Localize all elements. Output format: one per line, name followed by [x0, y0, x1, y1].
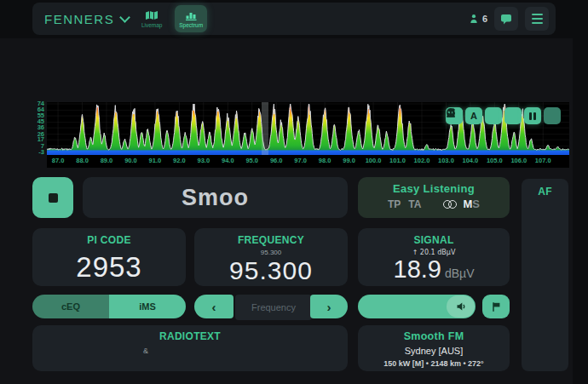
program-type: Easy Listening	[358, 182, 510, 195]
chat-button[interactable]	[494, 7, 518, 31]
spectrum-pause-button[interactable]	[524, 107, 541, 124]
pause-icon	[529, 112, 537, 120]
x-tick-label: 94.0	[216, 157, 239, 164]
x-tick-label: 96.0	[265, 157, 287, 164]
x-tick-label: 101.0	[387, 157, 409, 164]
frequency-sub-value: 95.300	[194, 249, 348, 256]
spectrum-toolbar: A	[446, 107, 561, 124]
menu-button[interactable]	[525, 7, 549, 31]
listener-count: 6	[470, 14, 487, 24]
station-name-panel: Smoo	[83, 177, 348, 218]
radiotext-label: RADIOTEXT	[32, 330, 348, 342]
x-tick-label: 93.0	[193, 157, 215, 164]
spectrum-y-axis: 746455453626177-3	[32, 102, 45, 155]
spectrum-plot[interactable]: 87.088.089.090.091.092.093.094.095.096.0…	[47, 102, 569, 168]
refresh-icon	[446, 107, 456, 117]
nav-spectrum-label: Spectrum	[179, 22, 203, 28]
transmitter-info-panel: Smooth FM Sydney [AUS] 150 kW [M] • 2148…	[358, 325, 510, 371]
bar-chart-icon	[185, 10, 198, 20]
flag-button[interactable]	[482, 295, 510, 318]
pi-code-value: 2953	[32, 251, 186, 284]
chat-icon	[500, 14, 512, 25]
program-type-panel: Easy Listening TP TA MS	[358, 177, 510, 218]
station-name: Smoo	[182, 185, 249, 211]
x-tick-label: 98.0	[314, 157, 336, 164]
frequency-panel: FREQUENCY 95.300 95.300	[194, 228, 348, 286]
volume-thumb[interactable]	[447, 295, 475, 318]
frequency-value: 95.300	[194, 256, 348, 285]
x-tick-label: 106.0	[508, 157, 530, 164]
chevron-down-icon	[119, 12, 130, 23]
x-tick-label: 87.0	[47, 157, 69, 164]
x-tick-label: 99.0	[338, 157, 360, 164]
top-bar: FENNERS Livemap Spectrum 6	[32, 3, 556, 35]
pi-code-label: PI CODE	[32, 234, 186, 246]
ta-flag: TA	[408, 198, 421, 210]
server-name: FENNERS	[44, 12, 114, 26]
play-stop-button[interactable]	[32, 177, 73, 218]
tuned-frequency-marker	[262, 102, 269, 155]
signal-value: 18.9	[394, 255, 441, 283]
signal-unit: dBµV	[445, 267, 475, 280]
x-tick-label: 100.0	[362, 157, 384, 164]
music-flag: M	[463, 198, 472, 210]
ims-button[interactable]: iMS	[109, 295, 186, 318]
server-name-dropdown[interactable]: FENNERS	[44, 12, 129, 26]
frequency-label: FREQUENCY	[194, 234, 348, 246]
x-tick-label: 104.0	[459, 157, 481, 164]
af-list-label: AF	[522, 186, 568, 198]
af-list-panel: AF	[522, 179, 568, 371]
flag-icon	[491, 301, 502, 312]
frequency-input[interactable]	[235, 295, 312, 320]
hamburger-menu-icon	[532, 14, 543, 24]
x-tick-label: 88.0	[72, 157, 94, 164]
stereo-circles-icon	[443, 200, 457, 209]
x-tick-label: 103.0	[435, 157, 457, 164]
speaker-icon	[456, 301, 466, 312]
x-tick-label: 92.0	[168, 157, 190, 164]
x-tick-label: 105.0	[483, 157, 505, 164]
map-icon	[145, 10, 159, 20]
x-tick-label: 89.0	[95, 157, 118, 164]
spectrum-vertical-scale-button[interactable]	[485, 107, 502, 124]
radiotext-content: &	[143, 347, 148, 355]
signal-panel: SIGNAL ↑ 20.1 dBµV 18.9dBµV	[358, 228, 510, 286]
x-tick-label: 95.0	[241, 157, 263, 164]
nav-spectrum-button[interactable]: Spectrum	[175, 5, 207, 32]
x-tick-label: 97.0	[290, 157, 312, 164]
nav-livemap-label: Livemap	[141, 22, 163, 28]
transmitter-details: 150 kW [M] • 2148 km • 272°	[358, 359, 510, 368]
nav-livemap-button[interactable]: Livemap	[135, 5, 168, 32]
transmitter-name: Smooth FM	[358, 330, 510, 342]
y-tick-label: -3	[38, 149, 44, 156]
spectrum-graph-style-button[interactable]	[504, 107, 522, 124]
x-tick-label: 102.0	[411, 157, 433, 164]
tune-up-button[interactable]: ›	[310, 295, 348, 318]
pi-code-panel: PI CODE 2953	[32, 228, 186, 286]
listener-count-value: 6	[482, 14, 487, 24]
volume-slider[interactable]	[358, 295, 476, 318]
spectrum-refresh-button[interactable]	[544, 107, 561, 124]
x-tick-label: 90.0	[119, 157, 141, 164]
spectrum-analyzer: 746455453626177-3 87.088.089.090.091.092…	[32, 102, 569, 168]
x-tick-label: 107.0	[532, 157, 554, 164]
tp-flag: TP	[388, 198, 401, 210]
speech-flag: S	[472, 198, 480, 210]
ceq-button[interactable]: cEQ	[32, 295, 109, 318]
stop-icon	[49, 193, 58, 203]
signal-label: SIGNAL	[358, 234, 510, 246]
radiotext-panel: RADIOTEXT &	[32, 325, 348, 371]
auto-scale-letter: A	[470, 111, 477, 121]
transmitter-location: Sydney [AUS]	[358, 346, 510, 356]
tune-down-button[interactable]: ‹	[194, 295, 233, 318]
spectrum-autoscale-button[interactable]: A	[465, 107, 482, 124]
audio-mode-toggle: cEQ iMS	[32, 295, 186, 318]
x-tick-label: 91.0	[144, 157, 166, 164]
user-icon	[470, 14, 480, 24]
